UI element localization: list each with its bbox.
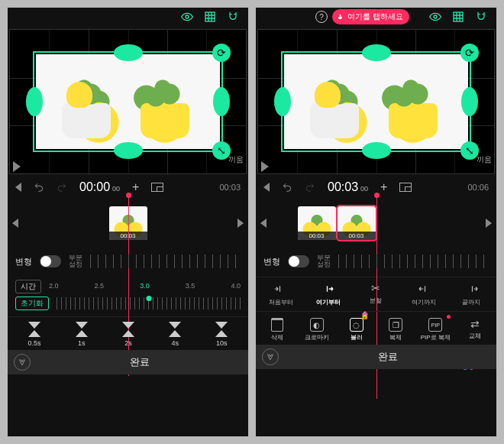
dot-badge-icon (447, 315, 451, 319)
crop-handle-top[interactable] (362, 44, 391, 61)
transform-sub-label2: 설정 (69, 261, 82, 268)
help-icon[interactable]: ? (315, 11, 328, 23)
timeline-prev-icon[interactable] (12, 219, 18, 228)
redo-icon[interactable] (305, 182, 315, 193)
timeline-next-icon[interactable] (486, 219, 492, 228)
transform-label: 변형 (263, 256, 280, 267)
rotate-icon[interactable]: ⟳ (460, 44, 479, 62)
pip-duplicate-button[interactable]: PIP PIP로 복제 (418, 318, 452, 342)
add-clip-icon[interactable]: + (380, 180, 387, 194)
done-bar: ⩔ 완료 (256, 345, 496, 369)
scale-tick[interactable]: 2.0 (49, 282, 59, 290)
scale-tick[interactable]: 3.0 (140, 282, 150, 290)
trash-icon (271, 318, 283, 332)
fit-mode-label[interactable]: 끼움 (228, 154, 244, 165)
crop-handle-bottom[interactable] (114, 142, 143, 159)
rotate-icon[interactable]: ⟳ (212, 44, 231, 62)
clip[interactable]: 00:03 (298, 206, 336, 240)
visibility-icon[interactable] (429, 11, 441, 23)
magnet-icon[interactable] (475, 11, 487, 23)
aspect-icon[interactable] (151, 183, 163, 192)
transform-ruler[interactable] (90, 254, 241, 268)
trim-from-here[interactable]: 여기부터 (308, 282, 349, 306)
brand-icon[interactable]: ⩔ (14, 354, 31, 371)
timeline[interactable]: 00:03 00:03 (256, 200, 496, 246)
undo-icon[interactable] (34, 182, 44, 193)
clip-duration: 00:03 (298, 232, 336, 240)
scale-tick[interactable]: 3.5 (186, 282, 195, 290)
hourglass-icon (169, 322, 181, 337)
done-bar: ⩔ 완료 (8, 350, 248, 374)
grid-icon[interactable] (452, 11, 464, 23)
transform-toggle[interactable] (40, 255, 61, 267)
hourglass-icon (28, 322, 40, 337)
crop-handle-right[interactable] (213, 87, 230, 116)
reset-button[interactable]: 초기화 (15, 297, 49, 310)
timeline-prev-icon[interactable] (260, 219, 267, 228)
total-time: 00:06 (467, 183, 489, 192)
crop-handle-bottom[interactable] (362, 142, 391, 159)
chromakey-button[interactable]: ◐ 크로마키 (300, 318, 334, 342)
trim-to-here[interactable]: 여기까지 (403, 282, 444, 306)
timeline-next-icon[interactable] (237, 219, 244, 228)
blur-button[interactable]: 🔒 ◌ 블러 (340, 318, 373, 342)
transform-toggle[interactable] (288, 255, 309, 267)
grid-icon[interactable] (204, 11, 216, 23)
lock-icon: 🔒 (360, 312, 369, 319)
current-time: 00:0000 (79, 180, 120, 194)
timeline[interactable]: 00:03 (8, 200, 248, 246)
add-clip-icon[interactable]: + (132, 180, 139, 194)
prev-frame-icon[interactable] (15, 183, 21, 192)
trim-from-start[interactable]: 처음부터 (260, 282, 302, 306)
crop-handle-left[interactable] (274, 87, 291, 116)
delete-button[interactable]: 삭제 (260, 318, 294, 342)
play-icon[interactable] (261, 161, 269, 172)
blur-icon: ◌ (350, 318, 363, 332)
clip-image (284, 54, 468, 149)
brand-icon[interactable]: ⩔ (262, 348, 279, 365)
visibility-icon[interactable] (181, 11, 193, 23)
crop-handle-left[interactable] (26, 87, 43, 116)
svg-rect-1 (205, 12, 215, 21)
transform-sub-label2: 설정 (317, 261, 331, 268)
tap-hint-label: 여기를 탭하세요 (347, 11, 403, 22)
crop-handle-top[interactable] (114, 44, 143, 61)
swap-button[interactable]: ⇄ 교체 (458, 318, 492, 342)
trim-to-end[interactable]: 끝까지 (451, 282, 492, 306)
svg-point-0 (186, 15, 189, 18)
playhead[interactable] (128, 196, 129, 376)
preview[interactable]: ⟳ ⤡ (257, 29, 495, 174)
duration-preset[interactable]: 10s (215, 322, 228, 347)
topbar: ? 여기를 탭하세요 (256, 8, 496, 26)
done-button[interactable]: 완료 (279, 350, 496, 364)
crop-frame[interactable]: ⟳ ⤡ (281, 51, 471, 152)
scale-tick[interactable]: 2.5 (95, 282, 105, 290)
fit-mode-label[interactable]: 끼움 (477, 154, 492, 165)
duration-preset[interactable]: 0.5s (28, 322, 41, 347)
right-phone: ? 여기를 탭하세요 ⟳ (256, 8, 496, 436)
redo-icon[interactable] (57, 182, 67, 193)
scale-marker[interactable] (146, 296, 151, 301)
transform-ruler[interactable] (338, 254, 489, 268)
aspect-icon[interactable] (399, 183, 412, 192)
undo-icon[interactable] (282, 182, 292, 193)
total-time: 00:03 (219, 183, 241, 192)
magnet-icon[interactable] (227, 11, 239, 23)
topbar (8, 8, 248, 26)
crop-handle-right[interactable] (461, 87, 478, 116)
swap-icon: ⇄ (470, 318, 480, 330)
done-button[interactable]: 완료 (31, 355, 248, 369)
scale-tick[interactable]: 4.0 (231, 282, 241, 290)
prev-frame-icon[interactable] (263, 183, 270, 192)
pip-icon: PIP (428, 318, 442, 332)
duration-preset[interactable]: 1s (76, 322, 88, 347)
preview[interactable]: ⟳ ⤡ (9, 29, 247, 174)
duplicate-button[interactable]: ❐ 복제 (379, 318, 412, 342)
tap-hint[interactable]: 여기를 탭하세요 (332, 9, 409, 24)
crop-frame[interactable]: ⟳ ⤡ (33, 51, 223, 152)
clip-selected[interactable]: 00:03 (338, 206, 376, 240)
duration-preset[interactable]: 4s (169, 322, 181, 347)
hourglass-icon (76, 322, 88, 337)
play-icon[interactable] (13, 161, 21, 172)
scale-ruler[interactable] (57, 297, 241, 310)
